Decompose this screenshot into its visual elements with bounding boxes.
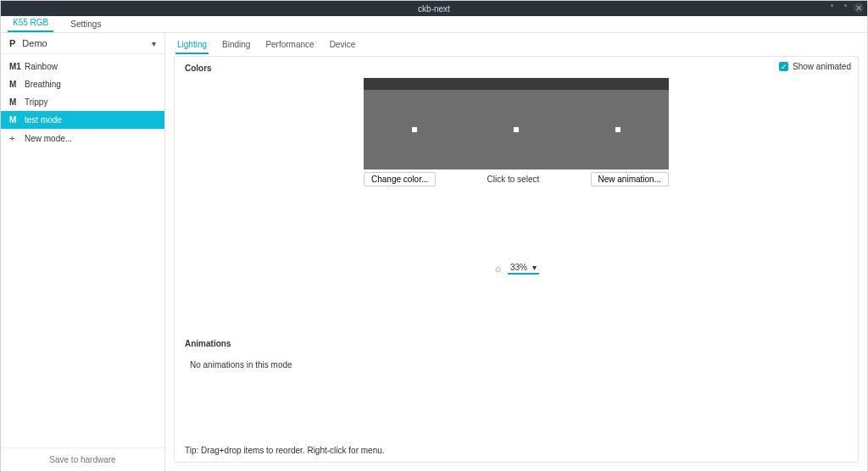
mode-icon: M bbox=[9, 97, 25, 107]
tab-k55-rgb[interactable]: K55 RGB bbox=[8, 15, 53, 32]
mode-label: Breathing bbox=[25, 80, 61, 89]
keyboard-footer: Change color... Click to select New anim… bbox=[364, 172, 669, 186]
show-animated-label: Show animated bbox=[793, 62, 851, 71]
mode-list: M1 Rainbow M Breathing M Trippy M test m… bbox=[1, 58, 164, 447]
new-mode-button[interactable]: + New mode... bbox=[1, 129, 164, 147]
brightness-value: 33% bbox=[510, 263, 527, 272]
window-controls: ˅ ˄ ✕ bbox=[826, 3, 864, 13]
sidebar: P Demo ▾ M1 Rainbow M Breathing M Trippy bbox=[1, 33, 165, 471]
tip-text: Tip: Drag+drop items to reorder. Right-c… bbox=[185, 439, 848, 455]
animations-section-title: Animations bbox=[185, 339, 848, 348]
titlebar: ckb-next ˅ ˄ ✕ bbox=[1, 1, 867, 16]
subtab-bar: Lighting Binding Performance Device bbox=[165, 33, 867, 54]
show-animated-checkbox[interactable]: ✓ Show animated bbox=[779, 62, 851, 71]
mode-item-test-mode[interactable]: M test mode bbox=[1, 111, 164, 129]
app-body: P Demo ▾ M1 Rainbow M Breathing M Trippy bbox=[1, 33, 867, 471]
new-mode-label: New mode... bbox=[25, 134, 72, 143]
profile-icon: P bbox=[9, 38, 15, 48]
mode-item-breathing[interactable]: M Breathing bbox=[1, 75, 164, 93]
brightness-control: ☼ 33% ▾ bbox=[185, 263, 848, 275]
brightness-icon: ☼ bbox=[493, 263, 503, 275]
window-title: ckb-next bbox=[418, 4, 450, 14]
maximize-icon[interactable]: ˄ bbox=[840, 3, 850, 13]
plus-icon: + bbox=[9, 133, 25, 143]
mode-label: Rainbow bbox=[25, 62, 58, 71]
chevron-down-icon: ▾ bbox=[152, 39, 156, 48]
animations-section: Animations No animations in this mode bbox=[185, 337, 848, 376]
mode-icon: M1 bbox=[9, 62, 25, 71]
brightness-dropdown[interactable]: 33% ▾ bbox=[508, 263, 539, 275]
close-icon[interactable]: ✕ bbox=[854, 3, 864, 13]
keyboard-preview-area: Change color... Click to select New anim… bbox=[185, 78, 848, 186]
keyboard-zones bbox=[364, 90, 669, 169]
save-to-hardware-button[interactable]: Save to hardware bbox=[1, 447, 164, 471]
mode-item-rainbow[interactable]: M1 Rainbow bbox=[1, 58, 164, 75]
change-color-button[interactable]: Change color... bbox=[364, 172, 436, 186]
mode-label: Trippy bbox=[25, 97, 47, 107]
profile-name: Demo bbox=[22, 38, 152, 48]
subtab-device[interactable]: Device bbox=[328, 38, 358, 54]
mode-icon: M bbox=[9, 115, 25, 125]
device-tabbar: K55 RGB Settings bbox=[1, 16, 867, 33]
new-animation-button[interactable]: New animation... bbox=[591, 172, 669, 186]
no-animations-label: No animations in this mode bbox=[185, 353, 848, 376]
keyboard-preview[interactable] bbox=[364, 78, 669, 169]
colors-section-title: Colors bbox=[185, 64, 848, 73]
lighting-panel: Colors ✓ Show animated Change color. bbox=[174, 56, 859, 463]
zone-key-center[interactable] bbox=[514, 127, 519, 132]
minimize-icon[interactable]: ˅ bbox=[826, 3, 837, 13]
mode-item-trippy[interactable]: M Trippy bbox=[1, 93, 164, 111]
zone-key-right[interactable] bbox=[615, 127, 620, 132]
mode-label: test mode bbox=[25, 115, 62, 125]
chevron-down-icon: ▾ bbox=[532, 263, 537, 272]
checkbox-checked-icon: ✓ bbox=[779, 62, 788, 71]
zone-key-left[interactable] bbox=[412, 127, 417, 132]
app-window: ckb-next ˅ ˄ ✕ K55 RGB Settings P Demo ▾… bbox=[0, 0, 868, 472]
subtab-binding[interactable]: Binding bbox=[220, 38, 252, 54]
profile-selector[interactable]: P Demo ▾ bbox=[1, 33, 164, 54]
subtab-performance[interactable]: Performance bbox=[264, 38, 315, 54]
main-panel: Lighting Binding Performance Device Colo… bbox=[165, 33, 867, 471]
tab-settings[interactable]: Settings bbox=[65, 17, 106, 32]
subtab-lighting[interactable]: Lighting bbox=[175, 38, 209, 54]
mode-icon: M bbox=[9, 80, 25, 89]
click-to-select-hint: Click to select bbox=[487, 175, 540, 184]
